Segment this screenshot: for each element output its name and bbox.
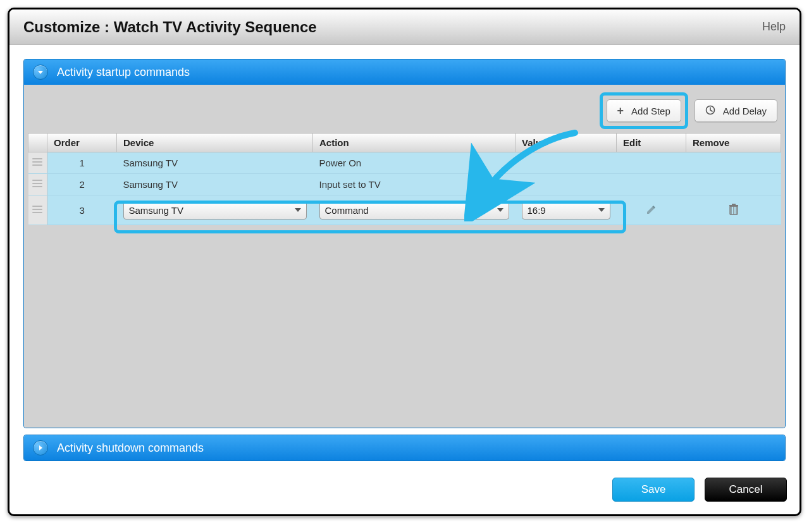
cell-value [516, 174, 617, 195]
chevron-down-icon [598, 208, 605, 212]
svg-rect-3 [732, 204, 736, 205]
cancel-button[interactable]: Cancel [705, 478, 787, 502]
plus-icon: + [617, 104, 624, 118]
col-action: Action [313, 133, 516, 152]
table-row: 1 Samsung TV Power On [28, 152, 781, 174]
commands-table: Order Device Action Value Edit Remove [28, 133, 781, 225]
col-order: Order [47, 133, 117, 152]
cell-order: 1 [47, 152, 117, 174]
expand-icon[interactable] [33, 440, 48, 455]
table-row: 3 Samsung TV Command [28, 195, 781, 225]
edit-icon[interactable] [646, 206, 657, 217]
col-device: Device [117, 133, 313, 152]
shutdown-panel-header[interactable]: Activity shutdown commands [24, 435, 785, 461]
startup-panel: Activity startup commands + Add Step [23, 59, 786, 428]
drag-handle-icon[interactable] [32, 204, 42, 215]
value-dropdown-value: 16:9 [528, 205, 546, 216]
col-edit: Edit [617, 133, 686, 152]
action-dropdown[interactable]: Command [319, 201, 509, 220]
shutdown-panel: Activity shutdown commands [23, 435, 786, 461]
startup-panel-body: + Add Step Add Delay [24, 85, 785, 428]
cell-device: Samsung TV [117, 195, 313, 225]
value-dropdown[interactable]: 16:9 [522, 201, 610, 220]
dialog-footer: Save Cancel [9, 474, 800, 514]
cell-action: Command [313, 195, 516, 225]
cell-edit [617, 195, 686, 225]
cell-device: Samsung TV [117, 174, 313, 195]
save-button[interactable]: Save [612, 478, 695, 502]
cell-remove [686, 152, 781, 174]
drag-handle-icon[interactable] [32, 178, 42, 189]
device-dropdown[interactable]: Samsung TV [123, 201, 307, 220]
svg-rect-2 [729, 205, 738, 206]
add-delay-label: Add Delay [723, 106, 767, 116]
cell-remove [686, 195, 781, 225]
device-dropdown-value: Samsung TV [129, 205, 183, 216]
cell-action: Power On [313, 152, 516, 174]
collapse-icon[interactable] [33, 65, 48, 80]
add-step-label: Add Step [631, 106, 670, 116]
action-dropdown-value: Command [325, 205, 369, 216]
add-step-button[interactable]: + Add Step [607, 99, 681, 122]
trash-icon[interactable] [728, 207, 739, 218]
cell-remove [686, 174, 781, 195]
table-row: 2 Samsung TV Input set to TV [28, 174, 781, 195]
cell-value [516, 152, 617, 174]
dialog-body: Activity startup commands + Add Step [9, 45, 800, 474]
cell-value: 16:9 [516, 195, 617, 225]
chevron-down-icon [295, 208, 301, 212]
startup-panel-title: Activity startup commands [57, 66, 190, 79]
dialog-window: Customize : Watch TV Activity Sequence H… [8, 8, 801, 516]
col-value: Value [516, 133, 617, 152]
help-link[interactable]: Help [762, 20, 786, 34]
cell-edit [617, 174, 686, 195]
chevron-down-icon [497, 208, 503, 212]
cell-order: 2 [47, 174, 117, 195]
startup-panel-header[interactable]: Activity startup commands [24, 59, 785, 85]
cell-action: Input set to TV [313, 174, 516, 195]
add-step-highlight: + Add Step [600, 92, 688, 129]
cell-device: Samsung TV [117, 152, 313, 174]
col-remove: Remove [686, 133, 781, 152]
drag-handle-icon[interactable] [32, 156, 42, 168]
add-delay-button[interactable]: Add Delay [695, 99, 777, 122]
shutdown-panel-title: Activity shutdown commands [57, 442, 204, 455]
clock-icon [705, 105, 715, 117]
title-bar: Customize : Watch TV Activity Sequence H… [9, 9, 800, 45]
col-handle [28, 133, 47, 152]
cell-edit [617, 152, 686, 174]
commands-grid: Order Device Action Value Edit Remove [28, 133, 781, 424]
toolbar: + Add Step Add Delay [28, 89, 781, 133]
dialog-title: Customize : Watch TV Activity Sequence [23, 18, 317, 36]
cell-order: 3 [47, 195, 117, 225]
